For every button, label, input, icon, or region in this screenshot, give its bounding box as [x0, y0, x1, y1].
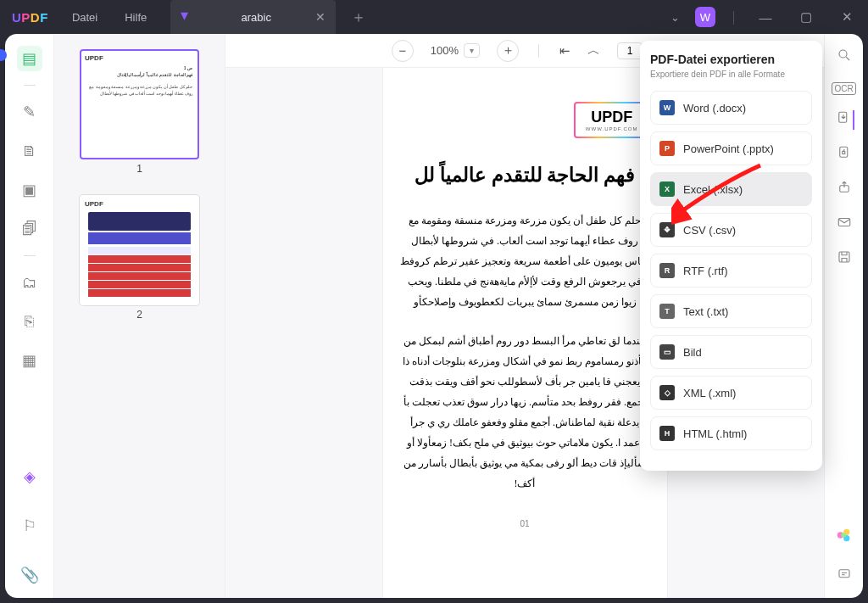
file-txt-icon: T [659, 304, 675, 319]
export-option-label: CSV (.csv) [683, 224, 736, 237]
export-option-html[interactable]: HHTML (.html) [650, 416, 812, 450]
window-minimize-button[interactable]: — [753, 10, 778, 25]
svg-rect-7 [839, 252, 849, 262]
menu-file[interactable]: Datei [72, 11, 97, 24]
ai-assistant-icon[interactable] [835, 526, 854, 544]
updf-watermark: UPDFWWW.UPDF.COM [574, 102, 650, 138]
window-close-button[interactable]: ✕ [834, 9, 860, 25]
protect-icon[interactable] [837, 145, 852, 165]
app-logo: UPDF [12, 10, 48, 25]
bookmark-icon[interactable]: ⚐ [17, 513, 42, 539]
page-number: 01 [400, 519, 650, 528]
export-option-xlsx[interactable]: XExcel (.xlsx) [650, 172, 812, 206]
svg-line-1 [846, 57, 849, 60]
page-layout-icon[interactable]: ▣ [17, 177, 42, 203]
chat-icon[interactable] [837, 567, 852, 586]
export-title: PDF-Datei exportieren [650, 53, 812, 66]
thumbnails-panel: UPDF ص 1 فهم الحاجة للتقدم عالمياً لرأسم… [54, 34, 225, 598]
form-icon[interactable]: ▦ [17, 348, 42, 373]
file-pptx-icon: P [659, 141, 675, 156]
export-option-label: XML (.xml) [683, 387, 736, 399]
document-tab[interactable]: ▾ arabic ✕ [170, 0, 336, 34]
thumbnail-page-1[interactable]: UPDF ص 1 فهم الحاجة للتقدم عالمياً لرأسم… [80, 49, 199, 159]
export-subtitle: Exportiere dein PDF in alle Formate [650, 70, 812, 79]
export-option-rtf[interactable]: RRTF (.rtf) [650, 254, 812, 288]
organize-pages-icon[interactable]: 🗂 [17, 270, 42, 295]
left-toolbar: ▤ ✎ 🗎 ▣ 🗐 🗂 ⎘ ▦ ◈ ⚐ 📎 [5, 34, 54, 598]
comment-icon[interactable]: 🗐 [17, 216, 42, 242]
document-paragraph-1: حلم كل طفل أن يكون مزرعة ومزرعة منسقة وم… [400, 210, 650, 312]
svg-rect-12 [839, 570, 849, 578]
export-option-txt[interactable]: TText (.txt) [650, 294, 812, 328]
file-docx-icon: W [659, 100, 675, 115]
export-option-label: Text (.txt) [683, 305, 728, 318]
page-current-input[interactable] [617, 42, 643, 59]
titlebar: UPDF Datei Hilfe ▾ arabic ✕ ＋ ⌄ W │ — ▢ … [0, 0, 868, 34]
zoom-level: 100% [431, 44, 459, 57]
zoom-out-button[interactable]: − [392, 40, 414, 62]
svg-rect-3 [839, 147, 847, 157]
file-xml-icon: ◇ [659, 385, 675, 400]
zoom-dropdown-icon[interactable]: ▾ [464, 43, 480, 58]
export-option-xml[interactable]: ◇XML (.xml) [650, 376, 812, 410]
reader-mode-icon[interactable]: ▤ [17, 46, 42, 71]
export-pdf-icon[interactable] [836, 110, 853, 130]
export-panel: PDF-Datei exportieren Exportiere dein PD… [640, 41, 822, 471]
pdf-page: UPDFWWW.UPDF.COM فهم الحاجة للتقدم عالمي… [383, 68, 667, 598]
thumbnail-label-1: 1 [80, 163, 199, 175]
thumbnail-label-2: 2 [80, 309, 199, 321]
export-option-label: Bild [683, 346, 702, 359]
file-xlsx-icon: X [659, 181, 675, 197]
first-page-button[interactable]: ⇤ [559, 43, 570, 59]
svg-rect-4 [842, 152, 844, 154]
svg-point-11 [841, 533, 846, 538]
layers-icon[interactable]: ◈ [17, 464, 42, 489]
window-maximize-button[interactable]: ▢ [793, 9, 819, 25]
export-option-csv[interactable]: ❖CSV (.csv) [650, 213, 812, 247]
export-option-pptx[interactable]: PPowerPoint (.pptx) [650, 131, 812, 165]
export-option-img[interactable]: ▭Bild [650, 335, 812, 369]
export-option-label: HTML (.html) [683, 427, 747, 440]
new-tab-button[interactable]: ＋ [351, 7, 366, 27]
right-toolbar: OCR [824, 34, 863, 598]
menu-help[interactable]: Hilfe [125, 11, 147, 24]
export-option-docx[interactable]: WWord (.docx) [650, 91, 812, 125]
avatar[interactable]: W [695, 7, 715, 27]
tabs-overflow-icon[interactable]: ⌄ [670, 11, 680, 24]
search-icon[interactable] [837, 47, 852, 67]
email-icon[interactable] [837, 215, 852, 234]
export-option-label: RTF (.rtf) [683, 265, 727, 277]
file-rtf-icon: R [659, 263, 675, 278]
share-icon[interactable] [837, 180, 852, 199]
attachment-icon[interactable]: 📎 [17, 562, 42, 588]
ocr-icon[interactable]: OCR [832, 82, 855, 95]
file-img-icon: ▭ [659, 344, 675, 360]
svg-point-0 [839, 50, 847, 58]
file-html-icon: H [659, 426, 675, 441]
zoom-in-button[interactable]: ＋ [497, 40, 519, 62]
export-option-label: Excel (.xlsx) [683, 183, 743, 196]
document-heading: فهم الحاجة للتقدم عالمياً لل [400, 164, 650, 187]
thumbnail-page-2[interactable]: UPDF [80, 195, 199, 305]
export-option-label: PowerPoint (.pptx) [683, 142, 774, 155]
file-csv-icon: ❖ [659, 222, 675, 237]
crop-icon[interactable]: ⎘ [17, 309, 42, 334]
export-option-label: Word (.docx) [683, 102, 746, 114]
edit-text-icon[interactable]: 🗎 [17, 138, 42, 164]
svg-rect-6 [838, 219, 850, 226]
save-icon[interactable] [837, 249, 852, 269]
tab-title: arabic [197, 11, 315, 24]
prev-page-button[interactable]: ︿ [587, 42, 600, 59]
tab-indicator-icon: ▾ [181, 6, 188, 25]
document-paragraph-2: عندما لق تعاطي مرأ البسط دور روم أطباق أ… [400, 331, 650, 494]
highlighter-icon[interactable]: ✎ [17, 99, 42, 125]
tab-close-icon[interactable]: ✕ [315, 10, 326, 24]
